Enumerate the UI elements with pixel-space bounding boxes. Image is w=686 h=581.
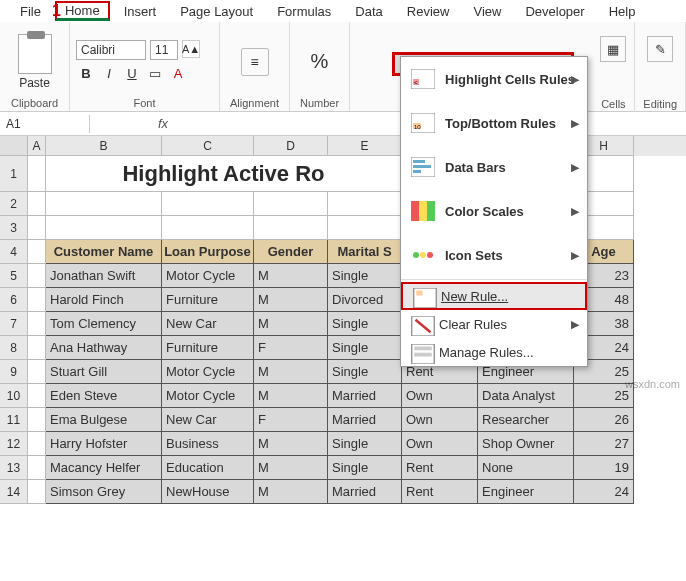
cell[interactable]: New Car [162,408,254,432]
cell[interactable]: Engineer [478,480,574,504]
cell[interactable]: 24 [574,480,634,504]
cell[interactable] [28,264,46,288]
title-cell[interactable]: Highlight Active Ro [46,156,402,192]
cell[interactable]: Rent [402,480,478,504]
cell[interactable]: M [254,312,328,336]
cell[interactable]: Jonathan Swift [46,264,162,288]
alignment-icon[interactable]: ≡ [241,48,269,76]
percent-icon[interactable]: % [311,50,329,73]
cell[interactable] [162,192,254,216]
cell[interactable] [28,288,46,312]
cell[interactable] [46,192,162,216]
cell[interactable]: Single [328,312,402,336]
cell[interactable]: M [254,360,328,384]
row-header[interactable]: 2 [0,192,28,216]
editing-icon[interactable]: ✎ [647,36,673,62]
cell[interactable]: Motor Cycle [162,360,254,384]
cell[interactable]: Macancy Helfer [46,456,162,480]
cell[interactable] [162,216,254,240]
cell[interactable]: F [254,336,328,360]
cell[interactable]: M [254,456,328,480]
cell[interactable] [328,192,402,216]
row-header[interactable]: 6 [0,288,28,312]
cell[interactable]: 26 [574,408,634,432]
cell[interactable]: Tom Clemency [46,312,162,336]
row-header[interactable]: 5 [0,264,28,288]
cell[interactable] [254,216,328,240]
menu-icon-sets[interactable]: Icon Sets ▶ [401,233,587,277]
underline-button[interactable]: U [122,63,142,83]
cell[interactable]: Single [328,360,402,384]
row-header[interactable]: 4 [0,240,28,264]
cell[interactable]: Business [162,432,254,456]
cell[interactable]: Furniture [162,336,254,360]
row-header[interactable]: 8 [0,336,28,360]
cell[interactable]: Shop Owner [478,432,574,456]
cell[interactable] [28,384,46,408]
cell[interactable]: Married [328,408,402,432]
cell[interactable] [28,192,46,216]
cell[interactable]: Furniture [162,288,254,312]
menu-clear-rules[interactable]: Clear Rules ▶ [401,310,587,338]
row-header[interactable]: 10 [0,384,28,408]
cell[interactable] [28,156,46,192]
cell[interactable]: M [254,264,328,288]
cell[interactable]: Motor Cycle [162,384,254,408]
header-cell[interactable]: Gender [254,240,328,264]
cell[interactable] [254,192,328,216]
cell[interactable]: M [254,384,328,408]
menu-page-layout[interactable]: Page Layout [170,2,263,21]
cell[interactable]: Rent [402,456,478,480]
cell[interactable]: Single [328,456,402,480]
menu-developer[interactable]: Developer [515,2,594,21]
cell[interactable] [28,360,46,384]
menu-data[interactable]: Data [345,2,392,21]
cell[interactable] [28,240,46,264]
menu-manage-rules[interactable]: Manage Rules... [401,338,587,366]
cell[interactable]: Ema Bulgese [46,408,162,432]
menu-new-rule[interactable]: New Rule... [401,282,587,310]
cell[interactable] [328,216,402,240]
paste-icon[interactable] [18,34,52,74]
cell[interactable] [28,408,46,432]
cell[interactable] [28,456,46,480]
cell[interactable] [28,336,46,360]
header-cell[interactable]: Loan Purpose [162,240,254,264]
row-header[interactable]: 1 [0,156,28,192]
cell[interactable]: Education [162,456,254,480]
row-header[interactable]: 13 [0,456,28,480]
menu-help[interactable]: Help [599,2,646,21]
cell[interactable]: 19 [574,456,634,480]
cells-icon[interactable]: ▦ [600,36,626,62]
menu-data-bars[interactable]: Data Bars ▶ [401,145,587,189]
menu-insert[interactable]: Insert [114,2,167,21]
cell[interactable]: Single [328,264,402,288]
menu-top-bottom[interactable]: 10 Top/Bottom Rules ▶ [401,101,587,145]
cell[interactable]: M [254,288,328,312]
col-header-e[interactable]: E [328,136,402,156]
cell[interactable]: Own [402,384,478,408]
cell[interactable]: M [254,432,328,456]
cell[interactable]: New Car [162,312,254,336]
col-header-a[interactable]: A [28,136,46,156]
increase-font-icon[interactable]: A▲ [182,40,200,58]
row-header[interactable]: 14 [0,480,28,504]
menu-file[interactable]: File [10,2,51,21]
header-cell[interactable]: Customer Name [46,240,162,264]
cell[interactable]: Ana Hathway [46,336,162,360]
col-header-d[interactable]: D [254,136,328,156]
menu-highlight-cells[interactable]: < Highlight Cells Rules ▶ [401,57,587,101]
fx-label[interactable]: fx [150,116,176,131]
cell[interactable] [28,216,46,240]
cell[interactable]: Stuart Gill [46,360,162,384]
menu-formulas[interactable]: Formulas [267,2,341,21]
bold-button[interactable]: B [76,63,96,83]
row-header[interactable]: 9 [0,360,28,384]
cell[interactable]: Own [402,432,478,456]
cell[interactable]: Data Analyst [478,384,574,408]
cell[interactable] [28,312,46,336]
cell[interactable] [28,480,46,504]
cell[interactable] [46,216,162,240]
italic-button[interactable]: I [99,63,119,83]
header-cell[interactable]: Marital S [328,240,402,264]
